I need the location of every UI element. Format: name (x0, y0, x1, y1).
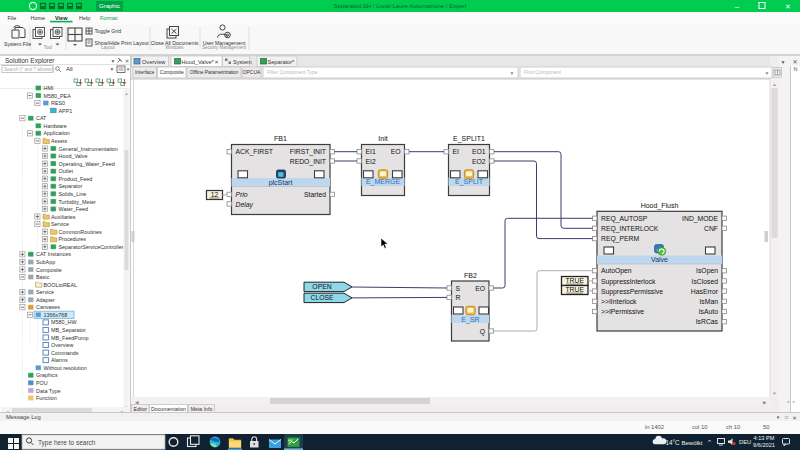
svg-text:Filter Component Type: Filter Component Type (267, 69, 318, 75)
svg-text:◂: ◂ (787, 399, 789, 404)
svg-text:EI1: EI1 (366, 148, 376, 155)
svg-text:Water_Feed: Water_Feed (59, 206, 88, 212)
svg-text:All: All (66, 66, 73, 72)
svg-text:Init: Init (378, 135, 387, 142)
svg-text:4:13 PM: 4:13 PM (754, 435, 775, 441)
svg-text:S: S (456, 285, 461, 292)
svg-text:General_Instrumentation: General_Instrumentation (59, 146, 118, 152)
svg-text:Layout: Layout (101, 45, 115, 50)
svg-text:Separated.SH / Local-Laure Aut: Separated.SH / Local-Laure Automazione /… (333, 3, 466, 9)
svg-text:Graphics: Graphics (36, 372, 58, 378)
svg-text:Basic: Basic (36, 274, 49, 280)
svg-text:Service: Service (51, 221, 69, 227)
svg-text:▲: ▲ (772, 82, 776, 87)
svg-text:>>IInterlock: >>IInterlock (601, 298, 637, 305)
svg-text:E_SPLIT1: E_SPLIT1 (453, 135, 485, 143)
svg-text:ch 10: ch 10 (726, 424, 740, 430)
svg-text:Adapter: Adapter (36, 297, 55, 303)
svg-text:Tool: Tool (44, 45, 52, 50)
svg-text:CAT Instances: CAT Instances (36, 251, 71, 257)
svg-text:col 10: col 10 (692, 424, 707, 430)
svg-text:Toggle Grid: Toggle Grid (95, 28, 122, 34)
svg-text:▾: ▾ (112, 58, 115, 64)
svg-text:E_SPLIT: E_SPLIT (455, 178, 484, 186)
svg-text:–: – (735, 2, 740, 11)
svg-text:▼: ▼ (772, 391, 776, 396)
svg-text:✕: ✕ (785, 3, 791, 10)
svg-text:Commands: Commands (51, 350, 79, 356)
svg-text:Product_Feed: Product_Feed (59, 176, 93, 182)
svg-text:BOOLtoREAL: BOOLtoREAL (44, 282, 78, 288)
svg-text:CLOSE: CLOSE (310, 294, 334, 301)
svg-text:HMI: HMI (44, 85, 54, 91)
svg-text:IsClosed: IsClosed (692, 278, 719, 285)
svg-text:Type here to search: Type here to search (38, 439, 96, 447)
svg-text:Data Type: Data Type (36, 388, 60, 394)
svg-text:9/6/2021: 9/6/2021 (753, 442, 775, 448)
svg-text:Composite: Composite (160, 69, 184, 75)
svg-text:Hood_Flush: Hood_Flush (641, 202, 679, 210)
svg-text:Operating_Water_Feed: Operating_Water_Feed (59, 161, 115, 167)
svg-text:Format: Format (100, 15, 118, 21)
svg-text:▾: ▾ (111, 66, 114, 72)
svg-text:FB1: FB1 (274, 135, 287, 142)
svg-text:Service: Service (36, 289, 54, 295)
svg-text:Delay: Delay (236, 201, 254, 209)
svg-text:EO2: EO2 (472, 158, 486, 165)
svg-text:plcStart: plcStart (269, 179, 293, 187)
svg-text:E_SR: E_SR (461, 316, 479, 324)
svg-text:Hood_Valve: Hood_Valve (59, 153, 88, 159)
svg-text:Overview: Overview (51, 342, 74, 348)
svg-text:1366x768: 1366x768 (44, 312, 68, 318)
svg-text:Security Management: Security Management (202, 45, 247, 50)
svg-text:Turbidity_Meter: Turbidity_Meter (59, 199, 96, 205)
svg-text:Valve: Valve (651, 256, 668, 263)
svg-text:Solution Explorer: Solution Explorer (5, 57, 55, 65)
svg-text:✕: ✕ (792, 415, 797, 421)
svg-text:Windows: Windows (165, 45, 184, 50)
svg-text:□: □ (785, 414, 788, 420)
svg-text:CNF: CNF (704, 225, 718, 232)
svg-text:View: View (55, 15, 68, 21)
svg-text:M580_HW: M580_HW (51, 319, 77, 325)
svg-text:REQ_PERM: REQ_PERM (601, 235, 639, 243)
svg-text:MB_FeedPump: MB_FeedPump (51, 335, 88, 341)
svg-text:EO: EO (475, 285, 485, 292)
svg-text:OPCUA: OPCUA (243, 69, 261, 75)
svg-text:14°C: 14°C (666, 439, 681, 446)
svg-text:POU: POU (36, 380, 48, 386)
svg-text:Composite: Composite (36, 267, 62, 273)
svg-text:SuppressPermissive: SuppressPermissive (601, 288, 663, 296)
svg-text:Separator*: Separator* (268, 59, 296, 65)
svg-text:IsMan: IsMan (699, 298, 718, 305)
svg-text:▼: ▼ (781, 59, 786, 65)
svg-text:▸: ▸ (793, 399, 795, 404)
svg-text:System: System (233, 59, 252, 65)
svg-text:REQ_AUTOSP: REQ_AUTOSP (601, 215, 648, 223)
svg-text:N: N (794, 66, 798, 72)
svg-text:Solids_Line: Solids_Line (59, 191, 87, 197)
svg-text:EO1: EO1 (472, 148, 486, 155)
svg-text:✕: ✕ (214, 59, 219, 65)
svg-text:Documentation: Documentation (151, 406, 186, 412)
svg-text:Search (* and ? allowed): Search (* and ? allowed) (4, 67, 55, 72)
svg-text:Home: Home (31, 15, 46, 21)
svg-text:▲: ▲ (125, 91, 129, 96)
svg-text:12: 12 (211, 191, 219, 198)
svg-text:SubApp: SubApp (36, 259, 55, 265)
svg-text:Offline Parametrization: Offline Parametrization (190, 69, 239, 75)
svg-text:Help: Help (79, 15, 90, 21)
svg-text:Hood_Valve*: Hood_Valve* (182, 59, 215, 65)
svg-text:CommonRoutines: CommonRoutines (59, 229, 102, 235)
svg-text:IsOpen: IsOpen (696, 267, 718, 275)
svg-text:Assets: Assets (51, 138, 67, 144)
svg-text:Procedures: Procedures (59, 236, 87, 242)
svg-text:EI2: EI2 (366, 158, 376, 165)
svg-text:Q: Q (480, 328, 485, 336)
svg-text:APP1: APP1 (59, 108, 73, 114)
svg-text:IsAuto: IsAuto (699, 308, 718, 315)
svg-text:▶: ▶ (763, 400, 767, 405)
svg-text:E_MERGE: E_MERGE (366, 178, 401, 186)
svg-text:HasError: HasError (691, 288, 719, 295)
svg-text:System File: System File (4, 41, 31, 47)
